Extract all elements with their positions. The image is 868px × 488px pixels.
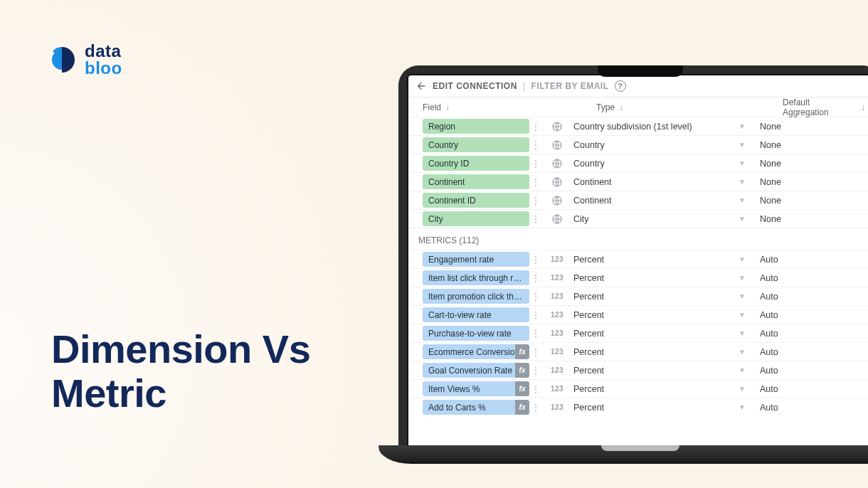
chevron-down-icon[interactable]: ▼ (739, 141, 746, 149)
type-cell[interactable]: City▼ (573, 214, 760, 224)
metric-row: Item promotion click thro…⋮123Percent▼Au… (408, 287, 868, 305)
chevron-down-icon[interactable]: ▼ (739, 274, 746, 282)
type-cell[interactable]: Percent▼ (573, 310, 760, 320)
type-cell[interactable]: Country subdivision (1st level)▼ (573, 122, 760, 132)
row-menu-icon[interactable]: ⋮ (529, 159, 541, 169)
globe-icon (551, 121, 563, 132)
column-headers: Field↓ Type↓ Default Aggregation↓ (408, 97, 868, 117)
chevron-down-icon[interactable]: ▼ (739, 255, 746, 263)
row-menu-icon[interactable]: ⋮ (529, 196, 541, 206)
type-cell[interactable]: Continent▼ (573, 196, 760, 206)
field-name: Goal Conversion Rate (428, 366, 512, 376)
type-cell[interactable]: Percent▼ (573, 329, 760, 339)
back-arrow-icon[interactable] (416, 80, 427, 92)
filter-by-email-label[interactable]: FILTER BY EMAIL (531, 81, 608, 91)
aggregation-cell[interactable]: None (760, 122, 865, 132)
dimension-row: Continent ID⋮Continent▼None (408, 191, 868, 209)
row-menu-icon[interactable]: ⋮ (529, 384, 541, 394)
chevron-down-icon[interactable]: ▼ (739, 348, 746, 356)
fx-badge: fx (515, 400, 529, 415)
row-menu-icon[interactable]: ⋮ (529, 273, 541, 283)
col-header-aggregation[interactable]: Default Aggregation↓ (783, 97, 865, 117)
aggregation-cell[interactable]: None (760, 214, 865, 224)
col-header-field[interactable]: Field↓ (423, 102, 552, 112)
number-123-icon: 123 (551, 329, 563, 337)
dimension-field-pill[interactable]: City (423, 211, 529, 226)
dimension-field-pill[interactable]: Continent (423, 174, 529, 189)
metric-field-pill[interactable]: Ecommerce Conversion R…fx (423, 344, 529, 359)
row-menu-icon[interactable]: ⋮ (529, 347, 541, 357)
chevron-down-icon[interactable]: ▼ (739, 311, 746, 319)
globe-icon (551, 176, 563, 188)
metric-field-pill[interactable]: Engagement rate (423, 252, 529, 267)
help-icon[interactable]: ? (615, 80, 626, 92)
row-menu-icon[interactable]: ⋮ (529, 122, 541, 132)
type-cell[interactable]: Percent▼ (573, 273, 760, 283)
aggregation-cell[interactable]: Auto (760, 273, 865, 283)
aggregation-cell[interactable]: Auto (760, 403, 865, 413)
chevron-down-icon[interactable]: ▼ (739, 329, 746, 337)
field-name: Continent ID (428, 196, 476, 206)
metric-field-pill[interactable]: Item list click through rate (423, 270, 529, 285)
type-cell[interactable]: Percent▼ (573, 292, 760, 302)
aggregation-cell[interactable]: None (760, 159, 865, 169)
aggregation-cell[interactable]: Auto (760, 255, 865, 265)
row-menu-icon[interactable]: ⋮ (529, 292, 541, 302)
dimension-field-pill[interactable]: Continent ID (423, 193, 529, 208)
chevron-down-icon[interactable]: ▼ (739, 196, 746, 204)
type-cell[interactable]: Percent▼ (573, 255, 760, 265)
type-label: Percent (573, 403, 604, 413)
metric-field-pill[interactable]: Goal Conversion Ratefx (423, 363, 529, 378)
dimension-field-pill[interactable]: Country (423, 137, 529, 152)
dimension-field-pill[interactable]: Country ID (423, 156, 529, 171)
aggregation-cell[interactable]: Auto (760, 347, 865, 357)
aggregation-cell[interactable]: Auto (760, 384, 865, 394)
col-header-type[interactable]: Type↓ (596, 102, 783, 112)
row-menu-icon[interactable]: ⋮ (529, 214, 541, 224)
metric-field-pill[interactable]: Purchase-to-view rate (423, 326, 529, 341)
type-cell[interactable]: Percent▼ (573, 366, 760, 376)
chevron-down-icon[interactable]: ▼ (739, 159, 746, 167)
type-cell[interactable]: Percent▼ (573, 403, 760, 413)
aggregation-cell[interactable]: Auto (760, 366, 865, 376)
aggregation-cell[interactable]: None (760, 196, 865, 206)
metric-field-pill[interactable]: Item Views %fx (423, 381, 529, 396)
row-menu-icon[interactable]: ⋮ (529, 140, 541, 150)
sort-arrow-icon: ↓ (445, 102, 450, 112)
dimension-field-pill[interactable]: Region (423, 119, 529, 134)
row-menu-icon[interactable]: ⋮ (529, 255, 541, 265)
type-cell[interactable]: Percent▼ (573, 384, 760, 394)
aggregation-cell[interactable]: None (760, 177, 865, 187)
aggregation-cell[interactable]: Auto (760, 292, 865, 302)
aggregation-cell[interactable]: Auto (760, 310, 865, 320)
metric-field-pill[interactable]: Add to Carts %fx (423, 400, 529, 415)
type-label: Percent (573, 255, 604, 265)
field-name: Purchase-to-view rate (428, 329, 512, 339)
brand-word-1: data (85, 43, 122, 60)
metric-field-pill[interactable]: Cart-to-view rate (423, 307, 529, 322)
aggregation-cell[interactable]: Auto (760, 329, 865, 339)
chevron-down-icon[interactable]: ▼ (739, 366, 746, 374)
type-cell[interactable]: Percent▼ (573, 347, 760, 357)
chevron-down-icon[interactable]: ▼ (739, 403, 746, 411)
type-cell[interactable]: Country▼ (573, 159, 760, 169)
metric-field-pill[interactable]: Item promotion click thro… (423, 289, 529, 304)
chevron-down-icon[interactable]: ▼ (739, 292, 746, 300)
row-menu-icon[interactable]: ⋮ (529, 403, 541, 413)
type-cell[interactable]: Continent▼ (573, 177, 760, 187)
chevron-down-icon[interactable]: ▼ (739, 122, 746, 130)
chevron-down-icon[interactable]: ▼ (739, 385, 746, 393)
metric-rows: Engagement rate⋮123Percent▼AutoItem list… (408, 250, 868, 416)
sort-arrow-icon: ↓ (861, 102, 865, 112)
row-menu-icon[interactable]: ⋮ (529, 177, 541, 187)
edit-connection-label[interactable]: EDIT CONNECTION (433, 81, 517, 91)
type-cell[interactable]: Country▼ (573, 140, 760, 150)
row-menu-icon[interactable]: ⋮ (529, 310, 541, 320)
type-label: Continent (573, 177, 612, 187)
row-menu-icon[interactable]: ⋮ (529, 329, 541, 339)
aggregation-cell[interactable]: None (760, 140, 865, 150)
chevron-down-icon[interactable]: ▼ (739, 178, 746, 186)
chevron-down-icon[interactable]: ▼ (739, 215, 746, 223)
page-title: Dimension Vs Metric (51, 327, 310, 415)
row-menu-icon[interactable]: ⋮ (529, 366, 541, 376)
